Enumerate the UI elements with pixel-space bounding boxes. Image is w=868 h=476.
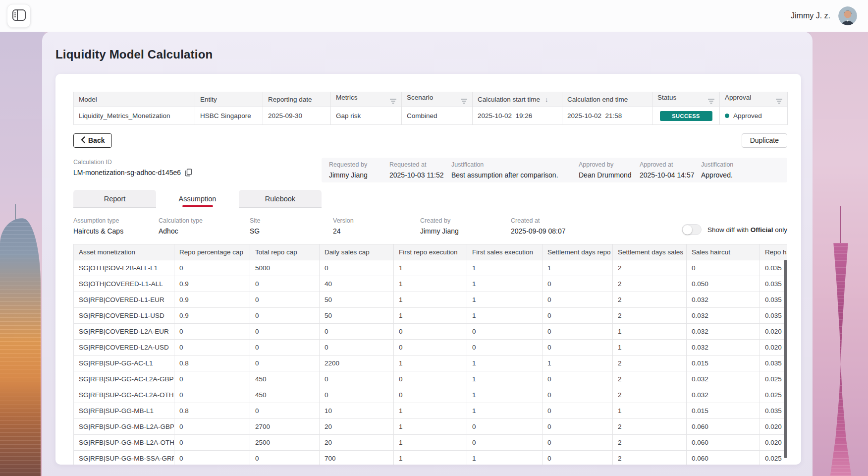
assumption-cell: 0 — [542, 324, 613, 340]
column-header-calc-end: Calculation end time — [562, 92, 652, 107]
site: Site SG — [250, 216, 333, 237]
tab-assumption[interactable]: Assumption — [156, 190, 239, 208]
column-header-reporting-date: Reporting date — [263, 92, 331, 107]
assumption-cell: 2 — [613, 260, 687, 276]
cell-reporting-date: 2025-09-30 — [263, 107, 331, 125]
assumption-cell: 1 — [394, 308, 467, 324]
calculation-id-label: Calculation ID — [73, 159, 322, 166]
assumption-cell: 0 — [542, 371, 613, 387]
assumption-cell: 0 — [542, 403, 613, 419]
filter-icon[interactable] — [461, 98, 467, 105]
sidebar-toggle-button[interactable] — [7, 4, 31, 28]
assumption-cell: 1 — [467, 292, 542, 308]
assumption-cell: 0.060 — [687, 435, 760, 451]
summary-data-row[interactable]: Liquidity_Metrics_Monetization HSBC Sing… — [74, 107, 788, 125]
assumption-cell: 0 — [542, 387, 613, 403]
tab-rulebook[interactable]: Rulebook — [239, 190, 322, 208]
diff-toggle-label: Show diff with Official only — [707, 226, 787, 234]
assumption-cell: 0 — [394, 340, 467, 356]
assumption-cell: 0 — [394, 387, 467, 403]
assumption-cell: 450 — [250, 371, 320, 387]
avatar[interactable] — [838, 6, 857, 25]
sort-descending-icon[interactable]: ↓ — [545, 96, 548, 103]
assumption-cell: 0 — [250, 276, 320, 292]
assumption-type: Assumption type Haircuts & Caps — [73, 216, 159, 237]
active-tab-underline — [182, 205, 213, 207]
assumption-cell: 1 — [394, 435, 467, 451]
assumption-cell: 0.032 — [687, 340, 760, 356]
assumption-cell: 0.020 — [760, 419, 788, 435]
assumption-cell: 20 — [320, 419, 394, 435]
assumption-table-row: SG|OTH|SOV-L2B-ALL-L1050000111200.035 — [74, 260, 788, 276]
summary-table: Model Entity Reporting date Metrics Scen… — [73, 92, 788, 125]
assumption-cell: 1 — [394, 451, 467, 465]
assumption-cell: 2200 — [320, 356, 394, 371]
tab-report[interactable]: Report — [73, 190, 156, 208]
assumption-cell: 0 — [174, 260, 250, 276]
assumption-column-header: Sales haircut — [687, 244, 760, 260]
assumption-cell: 0 — [250, 356, 320, 371]
assumption-cell: 0 — [467, 419, 542, 435]
vertical-scrollbar-thumb[interactable] — [784, 260, 787, 458]
assumption-cell: 0 — [394, 324, 467, 340]
assumption-table-row: SG|RFB|COVERED-L2A-USD00000010.0320.020 — [74, 340, 788, 356]
meta-row: Assumption type Haircuts & Caps Calculat… — [73, 216, 787, 237]
assumption-cell: 0.015 — [687, 403, 760, 419]
approved-dot — [725, 114, 729, 118]
assumption-cell: 0 — [174, 340, 250, 356]
assumption-cell: 0.8 — [174, 356, 250, 371]
assumption-table-row: SG|RFB|COVERED-L2A-EUR00000010.0320.020 — [74, 324, 788, 340]
show-diff-toggle[interactable] — [682, 224, 702, 235]
assumption-cell: 2 — [613, 435, 687, 451]
filter-icon[interactable] — [776, 98, 782, 105]
assumption-cell: 2 — [613, 387, 687, 403]
filter-icon[interactable] — [708, 98, 714, 105]
request-approval-panel: Requested by Jimmy Jiang Requested at 20… — [322, 158, 787, 182]
assumption-cell: 0.020 — [760, 324, 788, 340]
calculation-id-value: LM-monetization-sg-adhoc-d145e6 — [73, 169, 181, 177]
assumption-cell: 1 — [467, 371, 542, 387]
assumption-table: Asset monetizationRepo percentage capTot… — [73, 244, 787, 465]
cell-calc-end: 2025-10-02 21:58 — [562, 107, 652, 125]
assumption-cell: 0 — [250, 340, 320, 356]
assumption-table-row: SG|RFB|SUP-GG-MB-L10.801011010.0150.035 — [74, 403, 788, 419]
cell-metrics: Gap risk — [331, 107, 402, 125]
copy-icon[interactable] — [185, 169, 192, 177]
assumption-cell: 0 — [174, 371, 250, 387]
column-header-metrics: Metrics — [331, 92, 402, 107]
back-button[interactable]: Back — [73, 133, 112, 148]
assumption-cell: SG|RFB|COVERED-L2A-EUR — [74, 324, 174, 340]
assumption-cell: 0.020 — [760, 340, 788, 356]
assumption-cell: 0 — [250, 308, 320, 324]
assumption-cell: 0.020 — [760, 435, 788, 451]
top-bar: Jimmy J. z. — [0, 0, 868, 32]
duplicate-button[interactable]: Duplicate — [742, 133, 787, 148]
assumption-cell: 1 — [613, 324, 687, 340]
filter-icon[interactable] — [390, 98, 396, 105]
column-header-model: Model — [74, 92, 195, 107]
assumption-table-row: SG|RFB|SUP-GG-MB-L2A-OTH025002010020.060… — [74, 435, 788, 451]
cell-model: Liquidity_Metrics_Monetization — [74, 107, 195, 125]
user-name: Jimmy J. z. — [791, 11, 830, 20]
assumption-cell: 0 — [250, 324, 320, 340]
assumption-cell: 0.025 — [760, 387, 788, 403]
assumption-cell: 700 — [320, 451, 394, 465]
assumption-cell: 1 — [467, 451, 542, 465]
assumption-cell: 0 — [542, 308, 613, 324]
assumption-cell: SG|RFB|COVERED-L2A-USD — [74, 340, 174, 356]
background-photo-left — [0, 28, 45, 476]
assumption-cell: 0.035 — [760, 276, 788, 292]
assumption-cell: 0 — [542, 292, 613, 308]
assumption-cell: 0 — [174, 451, 250, 465]
cell-entity: HSBC Singapore — [195, 107, 263, 125]
assumption-column-header: Asset monetization — [74, 244, 174, 260]
assumption-cell: 0.035 — [760, 308, 788, 324]
assumption-cell: 1 — [467, 276, 542, 292]
assumption-cell: 2 — [613, 292, 687, 308]
assumption-cell: 1 — [394, 276, 467, 292]
cell-scenario: Combined — [402, 107, 473, 125]
cell-approval: Approved — [720, 107, 788, 125]
assumption-cell: 0 — [394, 371, 467, 387]
page-title: Liquidity Model Calculation — [55, 48, 213, 61]
assumption-cell: SG|OTH|COVERED-L1-ALL — [74, 276, 174, 292]
